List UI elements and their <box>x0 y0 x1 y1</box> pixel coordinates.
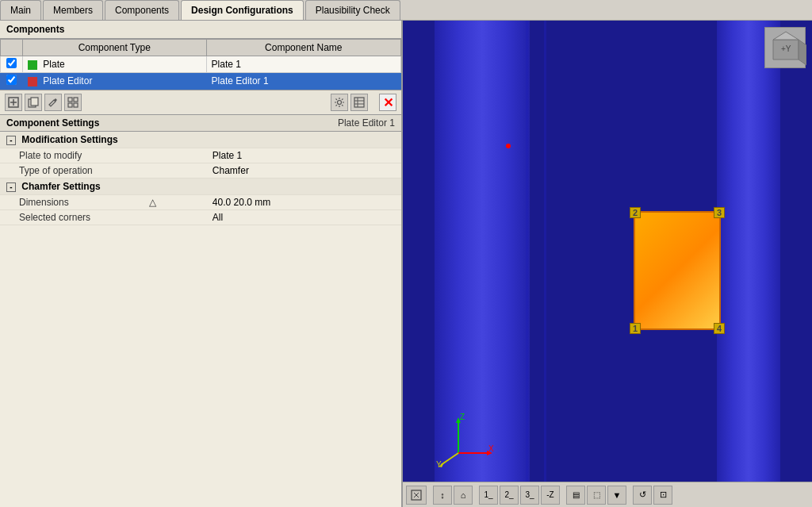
view-home-btn[interactable]: ⌂ <box>454 486 473 505</box>
svg-rect-5 <box>68 98 72 102</box>
settings-subtitle: Plate Editor 1 <box>338 117 395 129</box>
svg-rect-7 <box>68 103 72 107</box>
prop-label: Type of operation <box>0 163 143 179</box>
fit-view-btn[interactable] <box>406 486 427 505</box>
settings-table: - Modification Settings Plate to modify … <box>0 132 401 225</box>
svg-marker-25 <box>799 40 806 65</box>
tab-design-configurations[interactable]: Design Configurations <box>181 0 304 20</box>
collapse-icon[interactable]: - <box>6 182 16 192</box>
prop-value: 40.0 20.0 mm <box>206 195 401 210</box>
plate-checkbox[interactable] <box>6 58 17 68</box>
stripe <box>526 21 528 507</box>
table-row: Type of operation Chamfer <box>0 163 401 179</box>
tab-members[interactable]: Members <box>43 0 103 20</box>
type-color <box>28 60 37 70</box>
delete-btn[interactable]: ✕ <box>379 94 396 111</box>
orange-plate: 2 3 1 4 <box>634 211 721 330</box>
components-section-header: Components <box>0 21 401 39</box>
tab-plausibility-check[interactable]: Plausibility Check <box>305 0 400 20</box>
group-row: - Chamfer Settings <box>0 179 401 195</box>
align-btn[interactable]: ↕ <box>433 486 452 505</box>
table-row: Dimensions △ 40.0 20.0 mm <box>0 195 401 210</box>
shade-btn[interactable]: ▤ <box>566 486 585 505</box>
settings-btn[interactable] <box>331 94 348 111</box>
add-component-btn[interactable] <box>5 94 22 111</box>
stripe <box>544 21 546 507</box>
tab-bar: Main Members Components Design Configura… <box>0 0 812 21</box>
view-negz-btn[interactable]: -Z <box>541 486 560 505</box>
svg-text:X: X <box>488 444 494 453</box>
group-label: - Chamfer Settings <box>0 179 401 195</box>
view-options-btn[interactable]: ▼ <box>607 486 626 505</box>
view-x-btn[interactable]: 1_ <box>479 486 498 505</box>
row-name: Plate Editor 1 <box>206 73 400 90</box>
render-btn[interactable]: ⊡ <box>653 486 672 505</box>
view-3d[interactable]: 2 3 1 4 Z X Y <box>403 21 812 507</box>
group-row: - Modification Settings <box>0 132 401 148</box>
row-type: Plate <box>23 56 207 73</box>
view-toolbar: ↕ ⌂ 1_ 2_ 3_ -Z ▤ ⬚ ▼ ↺ ⊡ <box>403 482 812 507</box>
table-row[interactable]: Plate Plate 1 <box>1 56 401 73</box>
components-table: Component Type Component Name Plate Plat… <box>0 39 401 90</box>
settings-section: Component Settings Plate Editor 1 - Modi… <box>0 114 401 507</box>
plate-editor-checkbox[interactable] <box>6 75 17 85</box>
red-dot <box>506 144 511 148</box>
prop-value: All <box>206 210 401 225</box>
list-btn[interactable] <box>350 94 368 111</box>
manage-component-btn[interactable] <box>64 94 82 111</box>
tab-components[interactable]: Components <box>105 0 179 20</box>
row-type: Plate Editor <box>23 73 207 90</box>
svg-point-9 <box>338 101 342 105</box>
tab-main[interactable]: Main <box>0 0 41 20</box>
col-component-type: Component Type <box>23 40 207 56</box>
prop-value: Plate 1 <box>206 148 401 163</box>
svg-text:Z: Z <box>460 413 465 421</box>
left-panel: Components Component Type Component Name… <box>0 21 403 507</box>
prop-label: Plate to modify <box>0 148 143 163</box>
right-panel-3d: 2 3 1 4 Z X Y <box>403 21 812 507</box>
axis-indicator: Z X Y <box>435 413 498 471</box>
svg-text:Y: Y <box>436 460 442 469</box>
row-name: Plate 1 <box>206 56 400 73</box>
svg-rect-4 <box>31 98 38 106</box>
svg-rect-6 <box>74 98 78 102</box>
group-label: - Modification Settings <box>0 132 401 148</box>
table-row: Plate to modify Plate 1 <box>0 148 401 163</box>
collapse-icon[interactable]: - <box>6 136 16 145</box>
type-color <box>28 77 37 86</box>
svg-rect-10 <box>354 98 364 107</box>
copy-component-btn[interactable] <box>25 94 42 111</box>
table-row[interactable]: Plate Editor Plate Editor 1 <box>1 73 401 90</box>
prop-value: Chamfer <box>206 163 401 179</box>
prop-label: Dimensions <box>0 195 143 210</box>
view-y-btn[interactable]: 2_ <box>500 486 519 505</box>
main-layout: Components Component Type Component Name… <box>0 21 812 507</box>
delta-icon: △ <box>149 197 156 208</box>
view-z-btn[interactable]: 3_ <box>520 486 539 505</box>
wire-btn[interactable]: ⬚ <box>587 486 606 505</box>
svg-text:+Y: +Y <box>781 44 791 53</box>
corner-2: 2 <box>630 207 641 218</box>
corner-4: 4 <box>714 323 725 334</box>
svg-rect-8 <box>74 103 78 107</box>
settings-header: Component Settings Plate Editor 1 <box>0 115 401 132</box>
table-row: Selected corners All <box>0 210 401 225</box>
row-checkbox[interactable] <box>1 56 23 73</box>
row-checkbox[interactable] <box>1 73 23 90</box>
edit-component-btn[interactable] <box>44 94 62 111</box>
column-right-3d <box>717 21 780 507</box>
svg-marker-24 <box>773 32 799 40</box>
col-check <box>1 40 23 56</box>
components-toolbar: ✕ <box>0 90 401 114</box>
prop-label: Selected corners <box>0 210 143 225</box>
settings-title: Component Settings <box>6 117 99 129</box>
corner-3: 3 <box>714 207 725 218</box>
nav-cube[interactable]: +Y <box>764 27 806 68</box>
col-component-name: Component Name <box>206 40 400 56</box>
reset-btn[interactable]: ↺ <box>633 486 652 505</box>
corner-1: 1 <box>630 323 641 334</box>
